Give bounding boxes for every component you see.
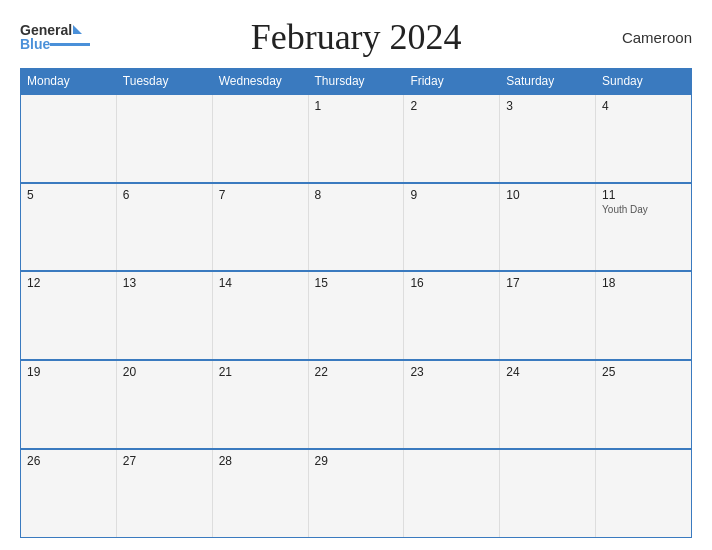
calendar-day-cell: [21, 94, 117, 183]
calendar-day-cell: 6: [116, 183, 212, 272]
calendar-day-cell: 7: [212, 183, 308, 272]
calendar-day-cell: [212, 94, 308, 183]
calendar-day-cell: 24: [500, 360, 596, 449]
calendar-day-header: Tuesday: [116, 69, 212, 95]
logo-general-text: General: [20, 23, 72, 37]
calendar-table: MondayTuesdayWednesdayThursdayFridaySatu…: [20, 68, 692, 538]
country-label: Cameroon: [622, 29, 692, 46]
calendar-day-cell: 3: [500, 94, 596, 183]
day-number: 29: [315, 454, 398, 468]
calendar-day-cell: 28: [212, 449, 308, 538]
day-number: 4: [602, 99, 685, 113]
calendar-week-row: 567891011Youth Day: [21, 183, 692, 272]
calendar-day-cell: 22: [308, 360, 404, 449]
calendar-day-cell: [596, 449, 692, 538]
calendar-day-cell: 5: [21, 183, 117, 272]
calendar-day-cell: 11Youth Day: [596, 183, 692, 272]
day-number: 3: [506, 99, 589, 113]
calendar-day-cell: 25: [596, 360, 692, 449]
calendar-week-row: 26272829: [21, 449, 692, 538]
calendar-day-cell: 17: [500, 271, 596, 360]
logo-triangle-icon: [73, 25, 82, 34]
day-number: 8: [315, 188, 398, 202]
calendar-day-cell: 21: [212, 360, 308, 449]
logo-underline: [50, 43, 90, 46]
calendar-week-row: 12131415161718: [21, 271, 692, 360]
day-number: 25: [602, 365, 685, 379]
calendar-day-cell: 23: [404, 360, 500, 449]
calendar-day-cell: 15: [308, 271, 404, 360]
calendar-day-cell: [500, 449, 596, 538]
day-number: 2: [410, 99, 493, 113]
calendar-day-cell: 27: [116, 449, 212, 538]
calendar-day-cell: [116, 94, 212, 183]
calendar-day-header: Monday: [21, 69, 117, 95]
header: General Blue February 2024 Cameroon: [20, 16, 692, 58]
day-number: 27: [123, 454, 206, 468]
calendar-day-header: Saturday: [500, 69, 596, 95]
calendar-day-header: Sunday: [596, 69, 692, 95]
day-number: 13: [123, 276, 206, 290]
calendar-day-cell: 29: [308, 449, 404, 538]
calendar-day-cell: 13: [116, 271, 212, 360]
day-number: 16: [410, 276, 493, 290]
day-number: 1: [315, 99, 398, 113]
calendar-day-cell: 2: [404, 94, 500, 183]
calendar-day-cell: 4: [596, 94, 692, 183]
day-number: 14: [219, 276, 302, 290]
calendar-day-cell: 14: [212, 271, 308, 360]
calendar-day-cell: 16: [404, 271, 500, 360]
calendar-day-cell: 19: [21, 360, 117, 449]
day-number: 20: [123, 365, 206, 379]
day-number: 21: [219, 365, 302, 379]
calendar-day-cell: 9: [404, 183, 500, 272]
day-event: Youth Day: [602, 204, 685, 215]
calendar-week-row: 19202122232425: [21, 360, 692, 449]
calendar-day-cell: 1: [308, 94, 404, 183]
day-number: 12: [27, 276, 110, 290]
calendar-day-cell: 18: [596, 271, 692, 360]
day-number: 22: [315, 365, 398, 379]
day-number: 5: [27, 188, 110, 202]
calendar-page: General Blue February 2024 Cameroon Mond…: [0, 0, 712, 550]
calendar-day-header: Friday: [404, 69, 500, 95]
day-number: 19: [27, 365, 110, 379]
calendar-day-cell: 26: [21, 449, 117, 538]
day-number: 9: [410, 188, 493, 202]
day-number: 7: [219, 188, 302, 202]
calendar-day-cell: [404, 449, 500, 538]
calendar-day-cell: 20: [116, 360, 212, 449]
logo: General Blue: [20, 23, 90, 51]
day-number: 10: [506, 188, 589, 202]
day-number: 24: [506, 365, 589, 379]
day-number: 28: [219, 454, 302, 468]
day-number: 23: [410, 365, 493, 379]
calendar-day-header: Wednesday: [212, 69, 308, 95]
calendar-day-cell: 8: [308, 183, 404, 272]
day-number: 11: [602, 188, 685, 202]
calendar-header-row: MondayTuesdayWednesdayThursdayFridaySatu…: [21, 69, 692, 95]
day-number: 6: [123, 188, 206, 202]
calendar-week-row: 1234: [21, 94, 692, 183]
day-number: 26: [27, 454, 110, 468]
calendar-day-cell: 10: [500, 183, 596, 272]
logo-blue-text: Blue: [20, 37, 50, 51]
day-number: 17: [506, 276, 589, 290]
day-number: 18: [602, 276, 685, 290]
calendar-day-header: Thursday: [308, 69, 404, 95]
calendar-day-cell: 12: [21, 271, 117, 360]
day-number: 15: [315, 276, 398, 290]
calendar-title: February 2024: [251, 16, 462, 58]
